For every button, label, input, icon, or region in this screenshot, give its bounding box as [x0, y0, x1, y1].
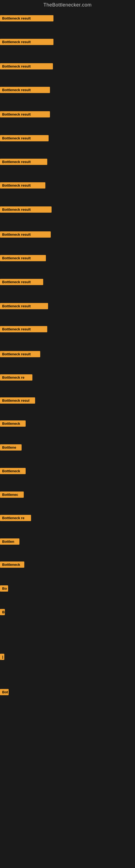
bottleneck-result-item: Bottleneck result: [0, 15, 53, 22]
bottleneck-result-item: Bottlene: [0, 444, 21, 451]
bottleneck-result-item: Bottleneck result: [0, 39, 53, 45]
bottleneck-result-item: Bottleneck re: [0, 515, 31, 521]
bottleneck-result-item: Bottleneck: [0, 561, 24, 568]
bottleneck-result-item: Bottleneck result: [0, 87, 50, 93]
bottleneck-result-item: Bottleneck result: [0, 135, 49, 141]
bottleneck-result-item: Bottleneck result: [0, 255, 46, 261]
bottleneck-result-item: Bottleneck result: [0, 207, 52, 213]
bottleneck-result-item: Bottleneck result: [0, 326, 47, 332]
bottleneck-result-item: Bottleneck result: [0, 303, 48, 309]
bottleneck-result-item: Bottleneck result: [0, 182, 45, 188]
bottleneck-result-item: Bottleneck result: [0, 279, 43, 285]
bottleneck-result-item: Bo: [0, 585, 8, 592]
bottleneck-result-item: B: [0, 609, 5, 615]
site-title: TheBottlenecker.com: [0, 0, 135, 10]
bottleneck-result-item: Bottleneck result: [0, 111, 50, 118]
bottleneck-result-item: Bottlenec: [0, 492, 24, 498]
bottleneck-result-item: Bot: [0, 689, 9, 695]
bottleneck-result-item: Bottlen: [0, 538, 19, 545]
bottleneck-result-item: Bottleneck: [0, 468, 26, 474]
bottleneck-result-item: |: [0, 654, 4, 660]
bottleneck-result-item: Bottleneck result: [0, 159, 47, 165]
bottleneck-result-item: Bottleneck resul: [0, 397, 35, 404]
bottleneck-result-item: Bottleneck result: [0, 351, 40, 357]
bottleneck-result-item: Bottleneck: [0, 421, 26, 427]
bottleneck-result-item: Bottleneck result: [0, 231, 51, 238]
bottleneck-result-item: Bottleneck re: [0, 374, 32, 380]
bottleneck-result-item: Bottleneck result: [0, 63, 53, 69]
